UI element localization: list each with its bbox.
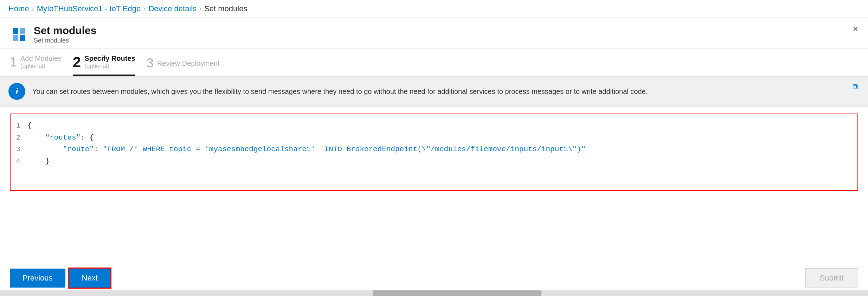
step-2-underline bbox=[73, 75, 135, 76]
code-line-2: 2 "routes": { bbox=[11, 132, 857, 144]
line-content-1: { bbox=[27, 120, 857, 132]
step-1-underline bbox=[10, 75, 62, 76]
line-num-3: 3 bbox=[11, 143, 27, 155]
breadcrumb-sep-1: › bbox=[32, 5, 34, 13]
line-content-2: "routes": { bbox=[27, 132, 857, 144]
set-modules-panel: Set modules Set modules × 1 Add Modules … bbox=[0, 18, 868, 295]
step-1-label: Add Modules (optional) bbox=[20, 54, 62, 70]
panel-subtitle: Set modules bbox=[34, 37, 96, 44]
svg-rect-3 bbox=[20, 35, 25, 41]
step-3-label: Review Deployment bbox=[157, 59, 220, 67]
scrollbar-thumb bbox=[373, 290, 541, 296]
step-2[interactable]: 2 Specify Routes (optional) bbox=[73, 49, 147, 76]
line-num-1: 1 bbox=[11, 120, 27, 132]
svg-rect-0 bbox=[13, 28, 18, 34]
breadcrumb-current: Set modules bbox=[204, 4, 247, 13]
code-line-1: 1 { bbox=[11, 120, 857, 132]
breadcrumb: Home › MyIoTHubService1 - IoT Edge › Dev… bbox=[0, 0, 868, 18]
code-editor[interactable]: 1 { 2 "routes": { 3 "route": "FROM /* WH… bbox=[10, 114, 858, 191]
breadcrumb-device-details[interactable]: Device details bbox=[148, 4, 197, 13]
svg-rect-2 bbox=[13, 35, 18, 41]
line-content-4: } bbox=[27, 155, 857, 167]
footer: Previous Next Submit bbox=[0, 261, 868, 295]
step-1[interactable]: 1 Add Modules (optional) bbox=[10, 49, 73, 76]
close-button[interactable]: × bbox=[853, 24, 858, 33]
step-2-label: Specify Routes (optional) bbox=[84, 54, 135, 70]
previous-button[interactable]: Previous bbox=[10, 269, 65, 288]
breadcrumb-sep-3: › bbox=[199, 5, 201, 13]
step-3[interactable]: 3 Review Deployment bbox=[147, 51, 231, 76]
info-banner: i You can set routes between modules, wh… bbox=[0, 77, 868, 107]
step-1-number: 1 bbox=[10, 56, 17, 69]
line-num-4: 4 bbox=[11, 155, 27, 167]
step-2-name: Specify Routes bbox=[84, 54, 135, 63]
step-2-number: 2 bbox=[73, 55, 81, 70]
svg-rect-1 bbox=[20, 28, 25, 34]
code-line-3: 3 "route": "FROM /* WHERE topic = 'myase… bbox=[11, 143, 857, 155]
azure-iot-icon bbox=[10, 25, 28, 44]
line-num-2: 2 bbox=[11, 132, 27, 144]
panel-content: i You can set routes between modules, wh… bbox=[0, 77, 868, 295]
breadcrumb-sep-2: › bbox=[143, 5, 146, 13]
external-link-icon[interactable]: ⧉ bbox=[853, 82, 858, 91]
breadcrumb-iot-edge[interactable]: MyIoTHubService1 - IoT Edge bbox=[37, 4, 141, 13]
info-icon: i bbox=[8, 83, 25, 100]
bottom-scrollbar[interactable] bbox=[0, 290, 868, 296]
next-button[interactable]: Next bbox=[68, 268, 111, 289]
code-area: 1 { 2 "routes": { 3 "route": "FROM /* WH… bbox=[0, 107, 868, 261]
step-2-sub: (optional) bbox=[84, 63, 135, 70]
step-3-number: 3 bbox=[147, 57, 154, 70]
info-i-symbol: i bbox=[15, 86, 18, 97]
submit-button: Submit bbox=[805, 268, 858, 288]
panel-header: Set modules Set modules × bbox=[0, 18, 868, 49]
step-1-sub: (optional) bbox=[20, 63, 62, 70]
breadcrumb-home[interactable]: Home bbox=[8, 4, 29, 13]
code-line-4: 4 } bbox=[11, 155, 857, 167]
stepper: 1 Add Modules (optional) 2 Specify Route… bbox=[0, 49, 868, 77]
panel-title: Set modules bbox=[34, 24, 96, 37]
step-1-name: Add Modules bbox=[20, 54, 62, 63]
line-content-3: "route": "FROM /* WHERE topic = 'myasesm… bbox=[27, 143, 857, 155]
step-3-name: Review Deployment bbox=[157, 59, 220, 67]
step-3-underline bbox=[147, 75, 220, 76]
panel-title-block: Set modules Set modules bbox=[34, 24, 96, 44]
info-text: You can set routes between modules, whic… bbox=[32, 88, 860, 96]
